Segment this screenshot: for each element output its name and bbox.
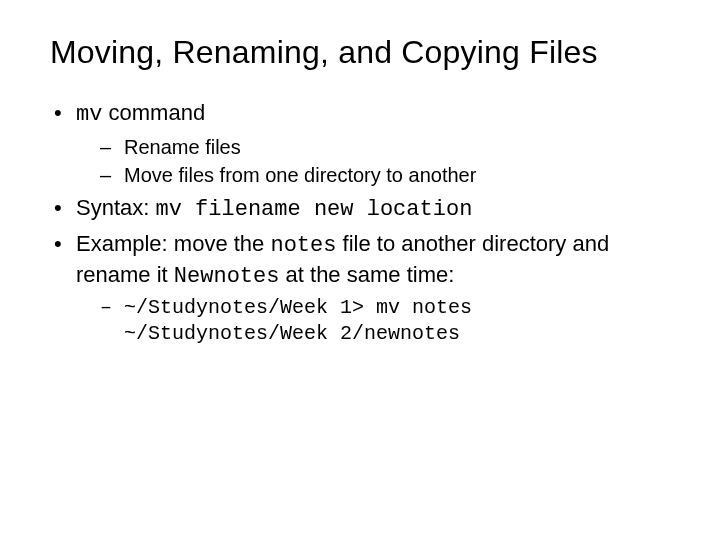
code-mv: mv <box>76 102 102 127</box>
sub-list-example: ~/Studynotes/Week 1> mv notes ~/Studynot… <box>76 295 670 347</box>
sub-move-files: Move files from one directory to another <box>76 162 670 188</box>
text-example-pre: Example: move the <box>76 231 270 256</box>
code-notes: notes <box>270 233 336 258</box>
slide: Moving, Renaming, and Copying Files mv c… <box>0 0 720 540</box>
bullet-mv-command: mv command Rename files Move files from … <box>50 99 670 188</box>
code-syntax: mv filename new location <box>155 197 472 222</box>
sub-rename-files: Rename files <box>76 134 670 160</box>
example-line1: ~/Studynotes/Week 1> mv notes <box>124 296 472 319</box>
sub-list-mv: Rename files Move files from one directo… <box>76 134 670 188</box>
bullet-list: mv command Rename files Move files from … <box>50 99 670 347</box>
text-example-post: at the same time: <box>279 262 454 287</box>
example-line2: ~/Studynotes/Week 2/newnotes <box>124 322 460 345</box>
bullet-example: Example: move the notes file to another … <box>50 230 670 347</box>
sub-example-command: ~/Studynotes/Week 1> mv notes ~/Studynot… <box>76 295 670 347</box>
bullet-syntax: Syntax: mv filename new location <box>50 194 670 225</box>
code-newnotes: Newnotes <box>174 264 280 289</box>
slide-title: Moving, Renaming, and Copying Files <box>50 34 670 71</box>
text-command: command <box>102 100 205 125</box>
text-syntax-label: Syntax: <box>76 195 155 220</box>
